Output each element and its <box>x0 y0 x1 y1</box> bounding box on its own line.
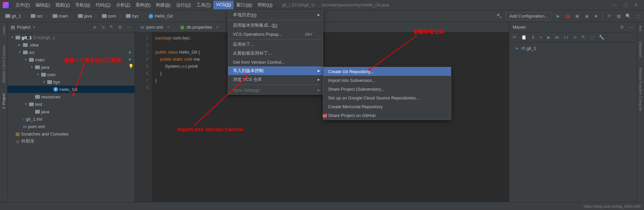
generate-icon[interactable]: 📋 <box>521 35 527 40</box>
right-tab-database[interactable]: Database <box>639 41 643 57</box>
tree-row[interactable]: ▼test <box>7 100 135 108</box>
menu-items: 文件(F)编辑(E)视图(V)导航(N)代码(C)分析(Z)重构(R)构建(B)… <box>13 1 275 9</box>
right-tab-ant[interactable]: Ant <box>639 26 643 31</box>
dropdown-item[interactable]: 应用补丁... <box>228 40 323 49</box>
left-tab-project[interactable]: 1: Project <box>2 93 6 109</box>
left-tab-learn[interactable]: Learn <box>2 26 6 35</box>
stop-icon[interactable]: ■ <box>593 13 599 19</box>
expand-icon[interactable]: ⇲ <box>101 25 105 30</box>
wrench-icon[interactable]: 🔧 <box>599 35 604 40</box>
run-icon[interactable]: ▶ <box>555 13 561 19</box>
dropdown-item[interactable]: VCS Operations Popup...Alt+` <box>228 30 323 38</box>
m-icon[interactable]: m <box>555 35 559 40</box>
right-tab-alibaba-fc[interactable]: Alibaba Function Compute <box>639 67 643 111</box>
editor-tab[interactable]: mpom.xml× <box>135 22 175 32</box>
left-tab-alibaba[interactable]: Alibaba Cloud Explorer <box>2 45 6 83</box>
menu-item[interactable]: 运行(U) <box>173 1 194 9</box>
tree-row[interactable]: ▼byc <box>7 78 135 86</box>
debug-icon[interactable]: 🐞 <box>565 13 571 19</box>
dropdown-item[interactable]: 导入到版本控制▶ <box>228 66 323 75</box>
dropdown-item[interactable]: 启用版本控制集成...(E) <box>228 21 323 30</box>
tree-row[interactable]: ▼src <box>7 49 135 56</box>
menu-item[interactable]: 文件(F) <box>13 1 33 9</box>
tree-row[interactable]: CHello_Git <box>7 86 135 93</box>
dropdown-item[interactable]: Get from Version Control... <box>228 58 323 66</box>
download-icon[interactable]: ⬇ <box>531 35 535 40</box>
gear-icon[interactable]: ⚙ <box>620 25 624 30</box>
breadcrumb-item[interactable]: byc <box>124 13 141 19</box>
run-icon[interactable]: ▶ <box>547 35 551 40</box>
collapse-icon[interactable]: ⇱ <box>582 35 585 40</box>
show-icon[interactable]: ⬚ <box>590 35 594 40</box>
dropdown-item[interactable]: Set up on Google Cloud Source Repositori… <box>323 93 451 102</box>
breadcrumb-item[interactable]: main <box>51 13 70 19</box>
menu-item[interactable]: 工具(T) <box>194 1 214 9</box>
dropdown-item[interactable]: 从剪贴板应用补丁... <box>228 49 323 58</box>
collapse-icon[interactable]: ⇱ <box>110 25 113 30</box>
toggle-icon[interactable]: ⫿⫿ <box>564 35 568 40</box>
tree-row[interactable]: mpom.xml <box>7 123 135 130</box>
close-icon[interactable]: ✕ <box>634 2 638 7</box>
hide-icon[interactable]: — <box>127 25 131 30</box>
hide-icon[interactable]: — <box>629 25 633 30</box>
dropdown-item[interactable]: Import into Subversion... <box>323 76 451 85</box>
locate-icon[interactable]: ⊕ <box>93 25 97 30</box>
tree-row[interactable]: java <box>7 108 135 115</box>
dropdown-item[interactable]: Create Git Repository... <box>323 67 451 76</box>
menu-item[interactable]: 编辑(E) <box>33 1 53 9</box>
breadcrumb-item[interactable]: git_1 <box>3 13 23 19</box>
menu-item[interactable]: 分析(Z) <box>113 1 133 9</box>
grid-icon[interactable]: ▦ <box>616 13 622 19</box>
tree-row[interactable]: ▼java <box>7 63 135 71</box>
breadcrumb-item[interactable]: com <box>100 13 118 19</box>
breadcrumb-item[interactable]: CHello_Git <box>146 13 175 19</box>
dropdown-item[interactable]: 浏览 VCS 仓库▶ <box>228 75 323 84</box>
maven-panel-header: Maven ⚙ — <box>509 22 637 32</box>
toolbar-right: 🔨 Add Configuration... ▶ 🐞 ▣ ◉ ■ ⟳ ▦ 🔍 ⬚ <box>496 12 641 20</box>
menu-item[interactable]: 窗口(W) <box>234 1 255 9</box>
tree-row[interactable]: resources <box>7 93 135 100</box>
tree-row[interactable]: ▼git_1 D:\Git\git_1 <box>7 34 135 41</box>
project-tree[interactable]: ▼git_1 D:\Git\git_1▶.idea▼src▼main▼java▼… <box>7 32 135 202</box>
menu-item[interactable]: 导航(N) <box>73 1 93 9</box>
menu-item[interactable]: 重构(R) <box>133 1 153 9</box>
minimize-icon[interactable]: — <box>612 2 617 7</box>
add-icon[interactable]: + <box>540 35 542 40</box>
offline-icon[interactable]: ⊘ <box>573 35 577 40</box>
tree-row[interactable]: ▧Scratches and Consoles <box>7 130 135 138</box>
project-panel-header: ▤ Project ▼ ⊕ ⇲ ⇱ ⚙ — <box>7 22 135 32</box>
coverage-icon[interactable]: ▣ <box>574 13 580 19</box>
dropdown-item[interactable]: 🐙Share Project on GitHub <box>323 111 451 120</box>
maven-tree[interactable]: ▶ m̂ git_1 <box>509 42 637 54</box>
dropdown-item[interactable]: Share Project (Subversion)... <box>323 85 451 93</box>
vcs-dropdown[interactable]: 本地历史(H)▶启用版本控制集成...(E)VCS Operations Pop… <box>228 10 323 95</box>
tree-row[interactable]: ▫git_1.iml <box>7 115 135 123</box>
search-icon[interactable]: 🔍 <box>625 13 631 19</box>
editor-tab[interactable]: ▦db.properties× <box>175 22 224 32</box>
tree-row[interactable]: ▼com <box>7 71 135 78</box>
menu-item[interactable]: 视图(V) <box>53 1 73 9</box>
dropdown-item[interactable]: 本地历史(H)▶ <box>228 10 323 19</box>
tree-row[interactable]: ⫼外部库 <box>7 138 135 145</box>
profile-icon[interactable]: ◉ <box>584 13 590 19</box>
menubar: 文件(F)编辑(E)视图(V)导航(N)代码(C)分析(Z)重构(R)构建(B)… <box>0 0 644 10</box>
maximize-icon[interactable]: ▢ <box>623 2 627 7</box>
dropdown-item[interactable]: Create Mercurial Repository <box>323 102 451 111</box>
tree-row[interactable]: ▼main <box>7 56 135 63</box>
menu-item[interactable]: 帮助(H) <box>255 1 275 9</box>
settings-icon[interactable]: ⬚ <box>635 13 641 19</box>
reload-icon[interactable]: ⟳ <box>513 35 516 40</box>
hammer-icon[interactable]: 🔨 <box>496 13 502 19</box>
tree-row[interactable]: ▶.idea <box>7 41 135 49</box>
breadcrumb-item[interactable]: java <box>76 13 94 19</box>
add-configuration-button[interactable]: Add Configuration... <box>506 12 552 20</box>
vcs-submenu[interactable]: Create Git Repository...Import into Subv… <box>323 67 451 120</box>
gear-icon[interactable]: ⚙ <box>118 25 122 30</box>
update-icon[interactable]: ⟳ <box>606 13 612 19</box>
project-panel-title[interactable]: ▤ Project ▼ <box>11 25 93 30</box>
menu-item[interactable]: 构建(B) <box>153 1 173 9</box>
breadcrumb-item[interactable]: src <box>29 13 45 19</box>
menu-item[interactable]: 代码(C) <box>93 1 113 9</box>
menu-item[interactable]: VCS(S) <box>213 1 234 9</box>
maven-root[interactable]: ▶ m̂ git_1 <box>513 44 633 52</box>
